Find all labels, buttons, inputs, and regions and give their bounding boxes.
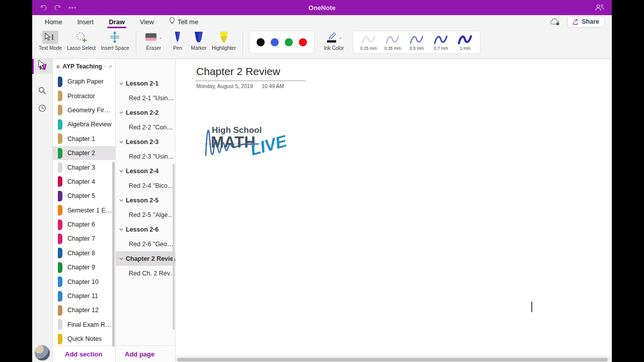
ink-color-green[interactable] [285,38,293,46]
tab-tell-me[interactable]: Tell me [169,16,199,28]
ink-color-red[interactable] [299,38,307,46]
section-item-chapter-11[interactable]: Chapter 11 [53,289,115,303]
ink-color-swatches [249,31,314,54]
page-item-lesson-2-5[interactable]: Lesson 2-5 [116,193,175,207]
section-color-tab [58,77,62,87]
section-item-geometry[interactable]: Geometry Fir… [53,103,115,117]
ink-color-blue[interactable] [271,38,279,46]
page-list: Lesson 2-1 Red 2-1 "Usin… Lesson 2-2 Red… [116,59,175,345]
collapse-chevron-icon[interactable] [119,228,123,231]
search-icon[interactable] [32,83,52,98]
add-page-button[interactable]: Add page [116,345,175,362]
section-item-chapter-9[interactable]: Chapter 9 [53,260,115,274]
pen-button[interactable]: Pen [170,31,186,51]
section-item-graph-paper[interactable]: Graph Paper [53,75,115,89]
lasso-select-button[interactable]: Lasso Select [67,31,96,51]
horizontal-scrollbar-thumb[interactable] [177,358,608,361]
section-item-chapter-4[interactable]: Chapter 4 [53,175,115,189]
subpage-item-red-2-4[interactable]: Red 2-4 "Bico… [116,178,175,193]
thickness-07mm[interactable]: 0.7 mm [429,34,453,51]
page-time: 10:49 AM [262,83,284,89]
section-item-chapter-7[interactable]: Chapter 7 [53,232,115,246]
collapse-chevron-icon[interactable] [119,170,123,173]
section-color-tab [58,276,62,287]
section-scrollbar[interactable] [112,162,115,347]
page-item-lesson-2-4[interactable]: Lesson 2-4 [116,164,175,178]
chevron-down-icon [104,65,107,68]
page-scrollbar[interactable] [173,164,175,330]
tab-home[interactable]: Home [44,17,63,27]
marker-button[interactable]: Marker [191,31,207,51]
recent-notes-icon[interactable] [32,101,52,116]
sort-icon[interactable] [109,63,112,69]
tab-draw[interactable]: Draw [108,17,125,27]
collapse-chevron-icon[interactable] [119,257,123,260]
section-item-chapter-5[interactable]: Chapter 5 [53,189,115,203]
section-item-chapter-12[interactable]: Chapter 12 [53,303,115,317]
collapse-chevron-icon[interactable] [119,82,123,85]
section-item-chapter-8[interactable]: Chapter 8 [53,246,115,260]
notebooks-icon[interactable] [32,59,52,74]
collapse-chevron-icon[interactable] [119,140,123,143]
page-item-lesson-2-1[interactable]: Lesson 2-1 [116,76,175,91]
note-canvas[interactable]: Chapter 2 Review Monday, August 5, 2019 … [176,59,612,362]
notebook-icon [56,63,60,70]
section-color-tab [58,248,62,258]
marker-icon [191,31,206,44]
page-item-lesson-2-2[interactable]: Lesson 2-2 [116,105,175,120]
share-button[interactable]: Share [567,16,605,28]
text-caret [531,302,532,312]
subpage-item-red-ch-2-review[interactable]: Red Ch. 2 Rev… [116,266,175,280]
eraser-button[interactable]: ⌄ Eraser [143,31,165,51]
text-mode-icon: I [42,31,58,44]
section-item-algebra-review[interactable]: Algebra Review [53,117,115,131]
thickness-025mm[interactable]: 0.25 mm [356,34,380,51]
page-item-lesson-2-3[interactable]: Lesson 2-3 [116,134,175,149]
thickness-035mm[interactable]: 0.35 mm [380,34,405,51]
page-item-chapter-2-review[interactable]: Chapter 2 Review [116,251,175,266]
thickness-1mm[interactable]: 1 mm [453,34,477,51]
section-item-protractor[interactable]: Protractor [53,89,115,103]
eraser-dropdown-chevron[interactable]: ⌄ [159,35,163,40]
subpage-item-red-2-1[interactable]: Red 2-1 "Usin… [116,91,175,105]
thickness-05mm[interactable]: 0.5 mm [405,34,429,51]
text-mode-button[interactable]: I Text Mode [39,31,62,51]
section-color-tab [58,133,62,144]
section-item-chapter-6[interactable]: Chapter 6 [53,218,115,232]
subpage-item-red-2-5[interactable]: Red 2-5 "Alge… [116,207,175,222]
more-options-icon[interactable]: ••• [68,4,77,12]
page-title[interactable]: Chapter 2 Review [196,65,280,78]
ink-color-dropdown-chevron[interactable]: ⌄ [339,35,343,40]
tab-insert[interactable]: Insert [77,17,95,27]
section-item-quick-notes[interactable]: Quick Notes [53,332,115,345]
add-section-button[interactable]: Add section [53,345,115,362]
avatar[interactable] [34,345,50,361]
high-school-math-live-logo[interactable]: High School MATH LIVE [204,123,300,160]
people-share-icon[interactable] [595,4,605,12]
section-item-chapter-10[interactable]: Chapter 10 [53,274,115,288]
section-item-semester-1[interactable]: Semester 1 E… [53,203,115,218]
section-item-final-exam[interactable]: Final Exam R… [53,318,115,332]
section-color-tab [58,334,62,344]
eraser-icon: ⌄ [143,31,165,44]
tab-view[interactable]: View [139,17,154,27]
section-item-chapter-3[interactable]: Chapter 3 [53,160,115,174]
insert-space-button[interactable]: Insert Space [101,31,129,51]
collapse-chevron-icon[interactable] [119,199,123,202]
ink-color-button[interactable]: ⌄ Ink Color [324,31,345,51]
page-item-lesson-2-6[interactable]: Lesson 2-6 [116,222,175,237]
subpage-item-red-2-2[interactable]: Red 2-2 "Con… [116,120,175,134]
horizontal-scrollbar[interactable] [176,356,612,362]
section-item-chapter-1[interactable]: Chapter 1 [53,132,115,146]
subpage-item-red-2-6[interactable]: Red 2-6 "Geo… [116,237,175,251]
notebook-header[interactable]: AYP Teaching Notebook [53,59,115,74]
ink-color-black[interactable] [257,38,265,46]
section-item-chapter-2[interactable]: Chapter 2 [53,146,115,160]
undo-icon[interactable] [39,4,48,12]
insert-space-icon [107,31,122,44]
titlebar: ••• OneNote [32,0,612,15]
subpage-item-red-2-3[interactable]: Red 2-3 "Usin… [116,149,175,164]
highlighter-button[interactable]: Highlighter [212,31,236,51]
collapse-chevron-icon[interactable] [119,111,123,114]
redo-icon[interactable] [53,4,61,12]
